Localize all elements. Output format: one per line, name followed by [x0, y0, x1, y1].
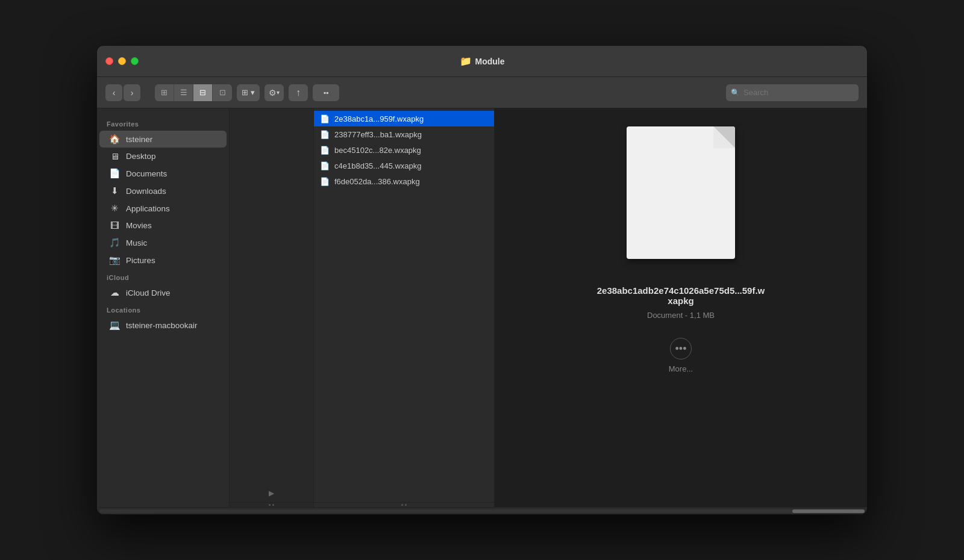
group-dropdown-icon: ▾ — [251, 88, 255, 97]
scrollbar-thumb[interactable] — [792, 509, 865, 513]
sidebar-item-label: iCloud Drive — [126, 288, 171, 297]
applications-icon: ✳ — [109, 203, 120, 214]
main-area: Favorites 🏠 tsteiner 🖥 Desktop 📄 Documen… — [97, 108, 867, 507]
desktop-icon: 🖥 — [109, 151, 120, 161]
sidebar-item-downloads[interactable]: ⬇ Downloads — [99, 182, 227, 199]
sidebar-item-label: Desktop — [126, 152, 156, 161]
resizer-handle — [401, 504, 407, 506]
share-icon: ↑ — [296, 87, 301, 98]
file-icon: 📄 — [320, 177, 330, 186]
sidebar-item-tsteiner[interactable]: 🏠 tsteiner — [99, 131, 227, 148]
sidebar-item-label: Pictures — [126, 256, 155, 265]
group-button[interactable]: ⊞ ▾ — [237, 84, 260, 101]
column-2-resizer[interactable] — [314, 502, 494, 507]
column-item-label: f6de052da...386.wxapkg — [334, 177, 420, 186]
pictures-icon: 📷 — [109, 255, 120, 266]
sidebar-item-pictures[interactable]: 📷 Pictures — [99, 252, 227, 269]
resizer-handle — [269, 504, 274, 506]
column-pane-1: ▶ — [230, 108, 314, 507]
toolbar: ‹ › ⊞ ☰ ⊟ ⊡ ⊞ ▾ ⚙ ▾ ↑ ▪▪ 🔍 — [97, 77, 867, 108]
search-icon: 🔍 — [731, 89, 740, 97]
icloud-icon: ☁ — [109, 287, 120, 298]
ellipsis-icon: ••• — [675, 343, 687, 355]
share-button[interactable]: ↑ — [289, 84, 308, 101]
maximize-button[interactable] — [131, 57, 139, 65]
scrollbar-track[interactable] — [99, 509, 865, 513]
column-pane-1-inner — [230, 108, 313, 484]
sidebar-item-icloud-drive[interactable]: ☁ iCloud Drive — [99, 284, 227, 301]
columns-area: ▶ 📄 2e38abc1a...959f.wxapkg 📄 — [230, 108, 867, 507]
nav-buttons: ‹ › — [105, 84, 140, 101]
computer-icon: 💻 — [109, 320, 120, 331]
preview-icon: ▪▪ — [324, 89, 329, 97]
view-gallery-button[interactable]: ⊡ — [213, 84, 232, 101]
action-button[interactable]: ⚙ ▾ — [264, 84, 284, 101]
documents-icon: 📄 — [109, 168, 120, 179]
preview-fileinfo: Document - 1,1 MB — [647, 311, 715, 320]
file-icon: 📄 — [320, 114, 330, 123]
column-item-label: 238777eff3...ba1.wxapkg — [334, 130, 422, 139]
sidebar-item-label: Movies — [126, 221, 152, 230]
locations-label: Locations — [97, 302, 229, 316]
close-button[interactable] — [105, 57, 113, 65]
column-pane-2-inner[interactable]: 📄 2e38abc1a...959f.wxapkg 📄 238777eff3..… — [314, 108, 494, 502]
column-item-file3[interactable]: 📄 bec45102c...82e.wxapkg — [314, 142, 494, 158]
column-1-resizer[interactable] — [230, 502, 313, 507]
preview-filename: 2e38abc1adb2e74c1026a5e75d5...59f.wxapkg — [596, 285, 765, 306]
finder-window: 📁 Module ‹ › ⊞ ☰ ⊟ ⊡ ⊞ ▾ ⚙ ▾ ↑ ▪▪ — [96, 45, 868, 515]
titlebar: 📁 Module — [97, 46, 867, 77]
more-button[interactable]: ••• — [670, 338, 692, 359]
sidebar-item-label: Documents — [126, 169, 167, 178]
sidebar-item-desktop[interactable]: 🖥 Desktop — [99, 148, 227, 164]
back-button[interactable]: ‹ — [105, 84, 122, 101]
forward-button[interactable]: › — [124, 84, 140, 101]
column-item-file4[interactable]: 📄 c4e1b8d35...445.wxapkg — [314, 158, 494, 173]
sidebar: Favorites 🏠 tsteiner 🖥 Desktop 📄 Documen… — [97, 108, 230, 507]
view-column-button[interactable]: ⊟ — [193, 84, 213, 101]
file-page — [627, 126, 735, 259]
sidebar-item-macbook[interactable]: 💻 tsteiner-macbookair — [99, 317, 227, 334]
preview-pane: 2e38abc1adb2e74c1026a5e75d5...59f.wxapkg… — [495, 108, 867, 507]
favorites-label: Favorites — [97, 116, 229, 130]
file-icon: 📄 — [320, 146, 330, 155]
icloud-label: iCloud — [97, 269, 229, 284]
window-title: Module — [475, 57, 505, 66]
sidebar-item-label: Downloads — [126, 187, 166, 196]
file-icon: 📄 — [320, 161, 330, 170]
window-title-area: 📁 Module — [460, 55, 505, 67]
preview-toggle-button[interactable]: ▪▪ — [313, 84, 339, 101]
downloads-icon: ⬇ — [109, 185, 120, 196]
column-item-label: 2e38abc1a...959f.wxapkg — [334, 114, 424, 123]
search-bar[interactable]: 🔍 — [726, 84, 859, 101]
file-icon: 📄 — [320, 130, 330, 139]
sidebar-item-movies[interactable]: 🎞 Movies — [99, 217, 227, 234]
view-icon-button[interactable]: ⊞ — [155, 84, 174, 101]
group-icon: ⊞ — [242, 88, 248, 97]
bottom-scrollbar[interactable] — [97, 507, 867, 514]
preview-file-icon — [621, 126, 741, 271]
sidebar-item-label: tsteiner-macbookair — [126, 321, 198, 330]
title-folder-icon: 📁 — [460, 55, 472, 67]
home-icon: 🏠 — [109, 134, 120, 145]
sidebar-item-applications[interactable]: ✳ Applications — [99, 200, 227, 217]
column-item-file5[interactable]: 📄 f6de052da...386.wxapkg — [314, 173, 494, 189]
view-buttons: ⊞ ☰ ⊟ ⊡ — [155, 84, 232, 101]
sidebar-item-label: Music — [126, 238, 147, 247]
view-list-button[interactable]: ☰ — [174, 84, 193, 101]
sidebar-item-label: tsteiner — [126, 135, 152, 144]
more-label: More... — [669, 364, 693, 373]
minimize-button[interactable] — [118, 57, 126, 65]
sidebar-item-documents[interactable]: 📄 Documents — [99, 165, 227, 182]
column-arrow-indicator: ▶ — [230, 484, 313, 502]
column-item-label: bec45102c...82e.wxapkg — [334, 146, 421, 155]
sidebar-item-music[interactable]: 🎵 Music — [99, 234, 227, 251]
movies-icon: 🎞 — [109, 220, 120, 231]
column-pane-2: 📄 2e38abc1a...959f.wxapkg 📄 238777eff3..… — [314, 108, 495, 507]
column-item-file2[interactable]: 📄 238777eff3...ba1.wxapkg — [314, 126, 494, 142]
column-item-file1[interactable]: 📄 2e38abc1a...959f.wxapkg — [314, 111, 494, 126]
search-input[interactable] — [743, 88, 854, 97]
gear-icon: ⚙ — [269, 88, 277, 98]
sidebar-item-label: Applications — [126, 204, 170, 213]
column-item-label: c4e1b8d35...445.wxapkg — [334, 161, 422, 170]
music-icon: 🎵 — [109, 237, 120, 248]
